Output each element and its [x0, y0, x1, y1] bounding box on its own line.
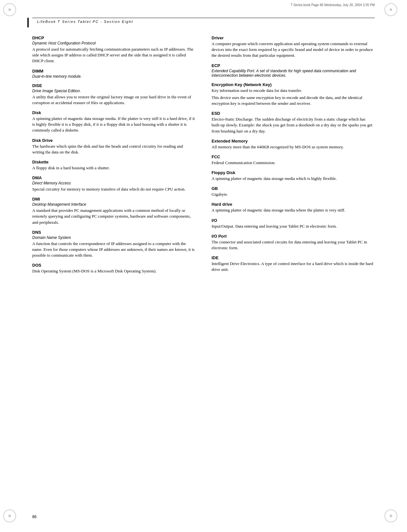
list-item: DMIDesktop Management InterfaceA standar…	[32, 197, 196, 225]
entry-term: ESD	[212, 111, 375, 116]
entry-subtitle: Domain Name System	[32, 235, 196, 240]
entry-body: A standard that provides PC management a…	[32, 208, 196, 225]
entry-body: A floppy disk in a hard housing with a s…	[32, 165, 196, 171]
list-item: I/O PortThe connector and associated con…	[212, 234, 375, 251]
entry-term: I/O	[212, 218, 375, 223]
entry-body: The connector and associated control cir…	[212, 239, 375, 251]
main-content: DHCPDynamic Host Configuration ProtocolA…	[32, 35, 375, 506]
entry-body: Electro-Static Discharge. The sudden dis…	[212, 116, 375, 134]
list-item: ECPExtended Capability Port. A set of st…	[212, 63, 375, 78]
right-column: DriverA computer program which converts …	[212, 35, 375, 279]
entry-subtitle: Direct Memory Access	[32, 181, 196, 185]
entry-term: Floppy Disk	[212, 170, 375, 175]
list-item: Disk DriveThe hardware which spins the d…	[32, 138, 196, 155]
entry-term: DIMM	[32, 69, 196, 74]
corner-decoration-top-left	[3, 3, 23, 23]
entry-term: DISE	[32, 83, 196, 88]
corner-decoration-bottom-left	[3, 509, 23, 529]
list-item: DISEDrive Image Special Edition.A utilit…	[32, 83, 196, 106]
entry-body: The hardware which spins the disk and ha…	[32, 143, 196, 155]
corner-decoration-bottom-right	[384, 509, 404, 529]
entry-body: Key information used to encode data for …	[212, 88, 375, 94]
entry-body: Disk Operating System (MS-DOS is a Micro…	[32, 268, 196, 274]
list-item: DNSDomain Name SystemA function that con…	[32, 230, 196, 259]
file-tab: T Series.book Page 86 Wednesday, July 28…	[291, 3, 375, 7]
list-item: I/OInput/Output. Data entering and leavi…	[212, 218, 375, 229]
entry-body: Input/Output. Data entering and leaving …	[212, 223, 375, 229]
entry-body: Gigabyte.	[212, 192, 375, 197]
entry-subtitle: Dual-in-line memory module.	[32, 74, 196, 79]
entry-term: DOS	[32, 263, 196, 268]
entry-term: Encryption Key (Network Key)	[212, 82, 375, 87]
entry-body: A spinning platter of magnetic data stor…	[212, 207, 375, 213]
entry-body: A function that controls the corresponde…	[32, 241, 196, 259]
list-item: DriverA computer program which converts …	[212, 35, 375, 59]
entry-term: DHCP	[32, 35, 196, 40]
entry-subtitle: Dynamic Host Configuration Protocol	[32, 41, 196, 45]
entry-term: FCC	[212, 154, 375, 159]
entry-term: DNS	[32, 230, 196, 235]
entry-term: Driver	[212, 35, 375, 40]
entry-term: Disk Drive	[32, 138, 196, 143]
page-header: LifeBook T Series Tablet PC - Section Ei…	[32, 18, 375, 25]
page: T Series.book Page 86 Wednesday, July 28…	[0, 0, 407, 532]
entry-subtitle: Extended Capability Port. A set of stand…	[212, 69, 375, 78]
list-item: Floppy DiskA spinning platter of magneti…	[212, 170, 375, 182]
entry-body: All memory more than the 640KB recognize…	[212, 144, 375, 150]
entry-term: DMI	[32, 197, 196, 202]
entry-body: Intelligent Drive Electronics. A type of…	[212, 261, 375, 272]
list-item: Hard driveA spinning platter of magnetic…	[212, 202, 375, 213]
page-number: 86	[32, 515, 36, 519]
entry-term: Extended Memory	[212, 139, 375, 143]
entry-body: A computer program which converts applic…	[212, 41, 375, 59]
list-item: Extended MemoryAll memory more than the …	[212, 139, 375, 150]
entry-term: GB	[212, 186, 375, 191]
list-item: IDEIntelligent Drive Electronics. A type…	[212, 255, 375, 272]
list-item: DiskA spinning platter of magnetic data …	[32, 110, 196, 133]
list-item: DHCPDynamic Host Configuration ProtocolA…	[32, 35, 196, 64]
list-item: DMADirect Memory AccessSpecial circuitry…	[32, 175, 196, 192]
entry-term: Hard drive	[212, 202, 375, 207]
header-title: LifeBook T Series Tablet PC - Section Ei…	[37, 19, 375, 25]
entry-body: A utility that allows you to restore the…	[32, 94, 196, 106]
entry-body: Federal Communication Commission.	[212, 160, 375, 166]
list-item: GBGigabyte.	[212, 186, 375, 197]
entry-body: A spinning platter of magnetic data stor…	[212, 176, 375, 182]
list-item: DIMMDual-in-line memory module.	[32, 69, 196, 79]
left-column: DHCPDynamic Host Configuration ProtocolA…	[32, 35, 196, 279]
header-rule	[32, 18, 375, 18]
list-item: DisketteA floppy disk in a hard housing …	[32, 160, 196, 171]
entry-body: A spinning platter of magnetic data stor…	[32, 116, 196, 133]
entry-body: This device uses the same encryption key…	[212, 95, 375, 106]
entry-term: IDE	[212, 255, 375, 260]
entry-term: Disk	[32, 110, 196, 115]
entry-subtitle: Drive Image Special Edition.	[32, 89, 196, 93]
corner-decoration-top-right	[384, 3, 404, 23]
entry-body: A protocol used for automatically fetchi…	[32, 46, 196, 64]
bookmark-tab	[27, 18, 29, 27]
entry-body: Special circuitry for memory to memory t…	[32, 186, 196, 192]
list-item: Encryption Key (Network Key)Key informat…	[212, 82, 375, 107]
entry-term: Diskette	[32, 160, 196, 164]
entry-subtitle: Desktop Management Interface	[32, 202, 196, 207]
list-item: ESDElectro-Static Discharge. The sudden …	[212, 111, 375, 134]
entry-term: DMA	[32, 175, 196, 180]
list-item: FCCFederal Communication Commission.	[212, 154, 375, 166]
entry-term: I/O Port	[212, 234, 375, 239]
two-column-layout: DHCPDynamic Host Configuration ProtocolA…	[32, 35, 375, 279]
entry-term: ECP	[212, 63, 375, 68]
list-item: DOSDisk Operating System (MS-DOS is a Mi…	[32, 263, 196, 274]
